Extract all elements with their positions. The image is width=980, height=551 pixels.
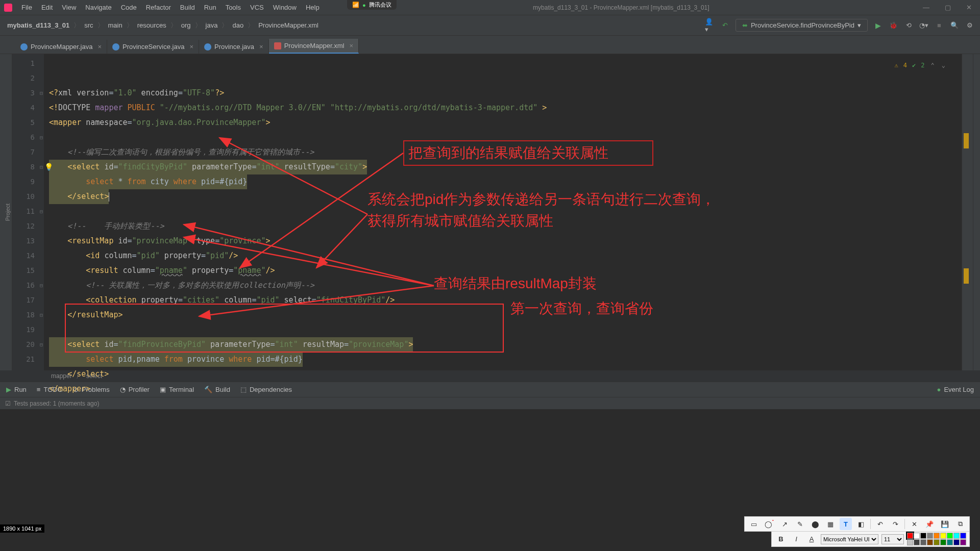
warning-marker[interactable] — [964, 268, 969, 284]
menu-edit[interactable]: Edit — [37, 2, 57, 13]
prev-highlight-icon[interactable]: ⌃ — [930, 58, 936, 73]
bc-resources[interactable]: resources — [135, 20, 168, 30]
tw-run[interactable]: ▶Run — [6, 386, 27, 393]
bold-icon[interactable]: B — [775, 533, 787, 545]
font-color-icon[interactable]: A — [805, 533, 818, 545]
fold-icon[interactable]: ⊟ — [40, 308, 43, 322]
bc-org[interactable]: org — [179, 20, 193, 30]
next-highlight-icon[interactable]: ⌄ — [941, 58, 946, 73]
menu-tools[interactable]: Tools — [222, 2, 245, 13]
tab-close-icon[interactable]: × — [97, 43, 102, 51]
menu-vcs[interactable]: VCS — [246, 2, 268, 13]
project-tool-button[interactable]: Project — [4, 199, 12, 225]
menu-file[interactable]: File — [17, 2, 36, 13]
snip-arrow-icon[interactable]: ↗ — [778, 518, 791, 530]
tests-status-icon: ☑ — [5, 400, 11, 407]
fold-icon[interactable]: ⊟ — [40, 278, 43, 293]
intention-bulb-icon[interactable]: 💡 — [44, 160, 53, 174]
snip-cancel-icon[interactable]: ✕ — [908, 518, 920, 530]
status-bar: ☑ Tests passed: 1 (moments ago) — [0, 397, 980, 409]
annotation-box-1: 把查询到的结果赋值给关联属性 — [403, 140, 653, 166]
tab-close-icon[interactable]: × — [259, 43, 263, 51]
editor-tabs: ProvinceMapper.java × ProvinceService.ja… — [0, 36, 980, 54]
bc-dao[interactable]: dao — [230, 20, 246, 30]
bc-java[interactable]: java — [204, 20, 220, 30]
nav-bar: mybatis_d113_3_01〉 src〉 main〉 resources〉… — [0, 15, 980, 36]
snip-text-options: B I A Microsoft YaHei UI 11 — [771, 531, 970, 547]
chevron-down-icon: ▾ — [857, 21, 861, 29]
bc-file[interactable]: ProvinceMapper.xml — [256, 20, 321, 30]
italic-icon[interactable]: I — [790, 533, 802, 545]
snip-save-icon[interactable]: 💾 — [939, 518, 951, 530]
snip-pin-icon[interactable]: 📌 — [923, 518, 936, 530]
bc-project[interactable]: mybatis_d113_3_01 — [5, 20, 71, 30]
snip-eraser-icon[interactable]: ◧ — [855, 518, 867, 530]
vertical-scrollbar[interactable] — [973, 54, 980, 370]
menu-code[interactable]: Code — [117, 2, 141, 13]
menu-navigate[interactable]: Navigate — [81, 2, 115, 13]
menu-help[interactable]: Help — [302, 2, 324, 13]
tw-event-log[interactable]: ●Event Log — [937, 386, 974, 393]
user-icon[interactable]: 👤▾ — [705, 20, 715, 31]
maximize-button[interactable]: ▢ — [941, 3, 955, 12]
tw-dependencies[interactable]: ⬚Dependencies — [240, 386, 292, 393]
snip-highlight-icon[interactable]: ⬤ — [809, 518, 821, 530]
tab-province-java[interactable]: Province.java × — [199, 40, 269, 54]
snip-dimensions-label: 1890 x 1041 px — [0, 524, 44, 533]
font-select[interactable]: Microsoft YaHei UI — [821, 534, 878, 544]
fold-icon[interactable]: ⊟ — [40, 130, 43, 145]
fold-icon[interactable]: ⊟ — [40, 160, 43, 174]
color-palette[interactable] — [907, 533, 966, 545]
snip-pen-icon[interactable]: ✎ — [794, 518, 806, 530]
warning-marker[interactable] — [964, 133, 969, 148]
annotation-text-3: 查询结果由resultMap封装 — [434, 273, 597, 294]
snip-text-icon[interactable]: T — [840, 518, 852, 530]
breadcrumbs: mybatis_d113_3_01〉 src〉 main〉 resources〉… — [5, 20, 705, 30]
window-title: mybatis_d113_3_01 - ProvinceMapper.xml [… — [324, 4, 919, 11]
close-button[interactable]: ✕ — [962, 3, 976, 12]
snip-rect-icon[interactable]: ▭ — [748, 518, 760, 530]
font-size-select[interactable]: 11 — [881, 534, 904, 544]
menu-window[interactable]: Window — [269, 2, 301, 13]
menu-refactor[interactable]: Refactor — [142, 2, 175, 13]
editor-breadcrumb: mapper 〉 select — [0, 370, 980, 382]
fold-icon[interactable]: ⊟ — [40, 86, 43, 101]
tab-provinceservice-java[interactable]: ProvinceService.java × — [107, 40, 199, 54]
profile-button[interactable]: ◔▾ — [919, 20, 929, 31]
java-class-icon — [20, 43, 28, 51]
snip-mosaic-icon[interactable]: ▦ — [824, 518, 837, 530]
run-config-selector[interactable]: ⬌ ProvinceService.findProvinceByPid ▾ — [736, 19, 868, 32]
undo-icon[interactable]: ↶ — [720, 20, 730, 31]
fold-icon[interactable]: ⊟ — [40, 204, 43, 219]
menu-run[interactable]: Run — [200, 2, 220, 13]
stop-button[interactable]: ■ — [934, 20, 944, 31]
xml-file-icon — [274, 42, 281, 49]
run-button[interactable]: ▶ — [873, 20, 883, 31]
menu-view[interactable]: View — [58, 2, 80, 13]
tw-profiler[interactable]: ◔Profiler — [120, 386, 150, 393]
titlebar: File Edit View Navigate Code Refactor Bu… — [0, 0, 980, 15]
snip-redo-icon[interactable]: ↷ — [889, 518, 901, 530]
search-icon[interactable]: 🔍 — [949, 20, 960, 31]
menu-build[interactable]: Build — [176, 2, 199, 13]
tab-close-icon[interactable]: × — [189, 43, 193, 51]
tw-terminal[interactable]: ▣Terminal — [160, 386, 194, 393]
text-cursor — [109, 192, 109, 202]
tab-provincemapper-xml[interactable]: ProvinceMapper.xml × — [269, 39, 359, 54]
coverage-button[interactable]: ⟲ — [903, 20, 914, 31]
snip-undo-icon[interactable]: ↶ — [874, 518, 886, 530]
snip-copy-icon[interactable]: ⧉ — [954, 518, 966, 530]
snip-circle-icon[interactable]: ◯• — [763, 518, 775, 530]
bc-src[interactable]: src — [82, 20, 95, 30]
debug-button[interactable]: 🐞 — [888, 20, 898, 31]
tw-build[interactable]: 🔨Build — [204, 386, 230, 393]
color-swatch[interactable] — [907, 533, 913, 539]
annotation-text-2: 系统会把pid作为参数传递给另一条语句进行二次查询，获得所有城市赋值给关联属性 — [368, 189, 725, 232]
fold-icon[interactable]: ⊟ — [40, 337, 43, 352]
minimize-button[interactable]: — — [919, 3, 934, 12]
inspections-widget[interactable]: ⚠4 ✔2 ⌃ ⌄ — [895, 58, 946, 73]
bc-main[interactable]: main — [106, 20, 125, 30]
settings-icon[interactable]: ⚙ — [965, 20, 975, 31]
tab-provincemapper-java[interactable]: ProvinceMapper.java × — [15, 40, 107, 54]
tab-close-icon[interactable]: × — [349, 42, 353, 49]
